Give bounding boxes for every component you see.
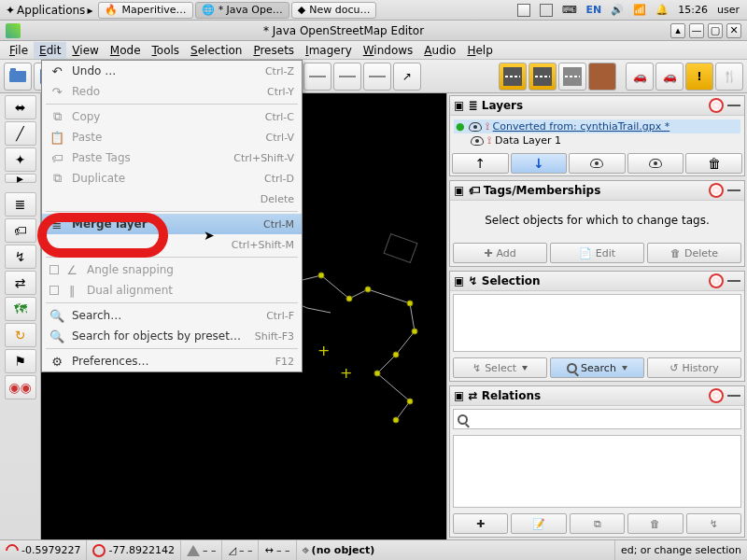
layers-header[interactable]: ▣ ≣ Layers — [450, 96, 744, 116]
panel-layers-btn[interactable]: ≣ — [5, 192, 36, 217]
selection-list[interactable] — [453, 294, 741, 352]
panel-refresh-btn[interactable]: ↻ — [5, 323, 36, 347]
relation-edit-button[interactable]: 📝 — [511, 513, 566, 534]
applications-menu[interactable]: ✦ Applications ▸ — [2, 4, 96, 17]
preset-wall[interactable] — [588, 63, 616, 91]
layer-showhide-button[interactable] — [627, 153, 684, 174]
menu-tools[interactable]: Tools — [147, 42, 186, 59]
relation-add-button[interactable]: ✚ — [453, 513, 508, 534]
layer-row[interactable]: ●⟟Converted from: cynthiaTrail.gpx * — [454, 119, 740, 133]
notification-icon[interactable]: 🔔 — [655, 4, 669, 16]
panel-tags-btn[interactable]: 🏷 — [5, 218, 36, 243]
keyboard-icon[interactable]: ⌨ — [562, 4, 577, 16]
menu-selection[interactable]: Selection — [185, 42, 247, 59]
minimize-button[interactable]: — — [689, 23, 704, 38]
panel-paint-btn[interactable]: ◉◉ — [5, 375, 36, 399]
network-icon[interactable]: 📶 — [633, 4, 646, 16]
tags-add-button[interactable]: ✚ Add — [453, 243, 547, 263]
tags-header[interactable]: ▣ 🏷 Tags/Memberships — [450, 181, 744, 201]
help-icon[interactable] — [709, 388, 724, 403]
preset-car2[interactable]: 🚗 — [655, 63, 684, 91]
tbar-e[interactable]: ↗ — [393, 63, 421, 91]
eye-icon[interactable] — [471, 136, 484, 146]
close-button[interactable]: ✕ — [726, 23, 741, 38]
panel-filter-btn[interactable]: ⚑ — [5, 349, 36, 373]
layer-row[interactable]: ⟟Data Layer 1 — [454, 133, 740, 147]
relation-sel-button[interactable]: ↯ — [686, 513, 741, 534]
menu-view[interactable]: View — [66, 42, 104, 59]
tags-edit-button[interactable]: 📄 Edit — [550, 243, 644, 263]
relations-search[interactable] — [453, 409, 741, 429]
layer-down-button[interactable]: ↓ — [511, 153, 568, 174]
preset-warn[interactable]: ! — [685, 63, 713, 91]
menu-mode[interactable]: Mode — [105, 42, 147, 59]
workspace1-icon[interactable] — [517, 4, 530, 17]
collapse-icon[interactable]: ▣ — [454, 184, 464, 197]
minimize-panel-icon[interactable] — [727, 280, 740, 282]
menu-imagery[interactable]: Imagery — [300, 42, 358, 59]
preset-road1[interactable] — [499, 63, 527, 91]
language-indicator[interactable]: EN — [586, 4, 602, 16]
menu-help[interactable]: Help — [461, 42, 498, 59]
clock[interactable]: 15:26 — [678, 4, 708, 16]
edit-menu-item[interactable]: 🔍Search for objects by preset…Shift-F3 — [42, 326, 302, 346]
relations-header[interactable]: ▣ ⇄ Relations — [450, 386, 744, 406]
user-label[interactable]: user — [717, 4, 740, 16]
tool-lasso[interactable]: ✦ — [5, 147, 36, 172]
layer-toggle-button[interactable] — [569, 153, 626, 174]
selection-header[interactable]: ▣ ↯ Selection — [450, 272, 744, 291]
task-maperitive[interactable]: 🔥 Maperitive… — [98, 2, 192, 19]
minimize-panel-icon[interactable] — [727, 189, 740, 191]
menu-file[interactable]: File — [4, 42, 34, 59]
layer-up-button[interactable]: ↑ — [452, 153, 509, 174]
panel-map-btn[interactable]: 🗺 — [5, 297, 36, 321]
search-icon — [458, 414, 468, 425]
maximize-button[interactable]: ▢ — [708, 23, 723, 38]
menu-item-shortcut: Ctrl-Y — [267, 86, 294, 98]
relation-del-button[interactable]: 🗑 — [627, 513, 683, 534]
preset-food[interactable]: 🍴 — [715, 63, 743, 91]
preset-road3[interactable] — [558, 63, 586, 91]
tbar-c[interactable] — [333, 63, 361, 91]
search-button[interactable]: Search — [550, 357, 644, 378]
menu-edit[interactable]: Edit — [34, 42, 66, 59]
edit-menu-item[interactable]: ≣Merge layerCtrl-M — [42, 214, 302, 234]
help-icon[interactable] — [709, 183, 724, 198]
open-button[interactable] — [4, 63, 32, 91]
status-angle: ◿– – — [222, 540, 259, 560]
panel-selection-btn[interactable]: ↯ — [5, 245, 36, 269]
preset-road2[interactable] — [529, 63, 557, 91]
edit-menu-item[interactable]: ↶Undo …Ctrl-Z — [42, 61, 302, 81]
layer-delete-button[interactable]: 🗑 — [685, 153, 742, 174]
panel-rel-btn[interactable]: ⇄ — [5, 271, 36, 295]
eye-icon[interactable] — [469, 122, 482, 132]
minimize-panel-icon[interactable] — [727, 395, 740, 397]
tags-delete-button[interactable]: 🗑 Delete — [647, 243, 741, 263]
select-button[interactable]: ↯ Select — [453, 357, 547, 378]
workspace2-icon[interactable] — [540, 4, 553, 17]
volume-icon[interactable]: 🔊 — [611, 4, 624, 16]
task-josm[interactable]: 🌐 * Java Ope… — [195, 2, 289, 19]
tbar-d[interactable] — [363, 63, 391, 91]
menu-audio[interactable]: Audio — [418, 42, 461, 59]
history-button[interactable]: ↺ History — [647, 357, 741, 378]
help-icon[interactable] — [709, 98, 724, 113]
relation-dup-button[interactable]: ⧉ — [570, 513, 625, 534]
tool-expand[interactable]: ▸ — [5, 174, 36, 183]
rollup-button[interactable]: ▴ — [670, 23, 685, 38]
collapse-icon[interactable]: ▣ — [454, 99, 464, 112]
edit-menu-item[interactable]: ⚙Preferences…F12 — [42, 351, 302, 371]
menu-windows[interactable]: Windows — [358, 42, 419, 59]
collapse-icon[interactable]: ▣ — [454, 274, 464, 287]
tool-draw[interactable]: ╱ — [5, 121, 36, 146]
tbar-b[interactable] — [303, 63, 331, 91]
preset-car1[interactable]: 🚗 — [626, 63, 654, 91]
help-icon[interactable] — [709, 273, 724, 288]
task-newdoc[interactable]: ◆ New docu… — [291, 2, 377, 19]
collapse-icon[interactable]: ▣ — [454, 389, 464, 402]
minimize-panel-icon[interactable] — [727, 105, 740, 106]
tool-select[interactable]: ⬌ — [5, 95, 36, 119]
menu-presets[interactable]: Presets — [247, 42, 300, 59]
edit-menu-item[interactable]: 🔍Search…Ctrl-F — [42, 305, 302, 326]
relations-list[interactable] — [453, 435, 741, 508]
